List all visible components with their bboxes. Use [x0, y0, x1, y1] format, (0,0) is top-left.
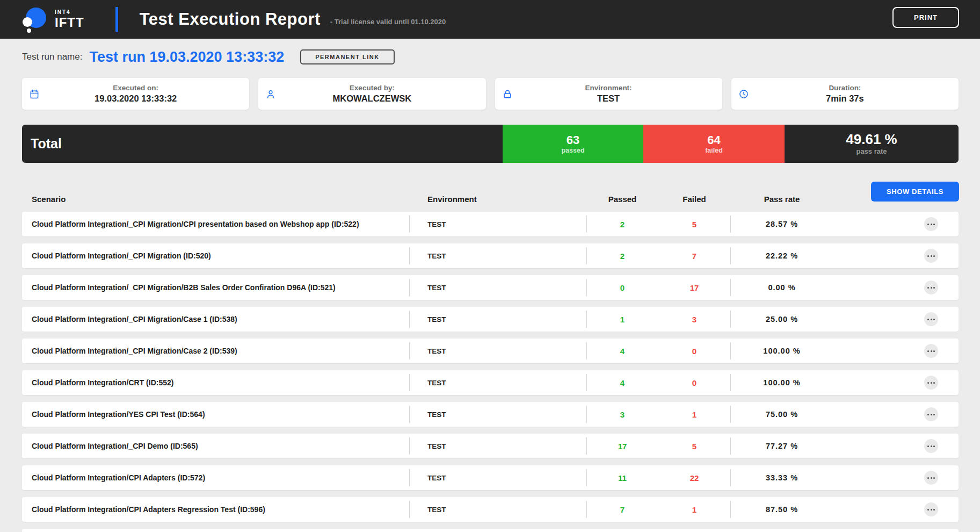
- row-more-options-button[interactable]: [924, 471, 938, 485]
- user-icon: [265, 89, 276, 99]
- more-options-icon: [927, 477, 929, 479]
- more-options-icon: [927, 445, 929, 447]
- card-executed-by: Executed by: MKOWALCZEWSK: [258, 78, 485, 110]
- column-header-pass-rate: Pass rate: [730, 195, 833, 204]
- column-divider: [730, 311, 731, 328]
- column-divider: [586, 215, 587, 233]
- scenario-cell: Cloud Platform Integration/_CPI Migratio…: [22, 347, 409, 355]
- column-divider: [586, 279, 587, 296]
- failed-label: failed: [705, 147, 723, 154]
- column-divider: [586, 247, 587, 264]
- card-label: Executed on:: [113, 84, 158, 92]
- column-divider: [409, 311, 410, 328]
- test-execution-report-page: INT4 IFTT Test Execution Report - Trial …: [0, 0, 980, 532]
- permanent-link-button[interactable]: PERMANENT LINK: [300, 49, 394, 64]
- row-more-options-button[interactable]: [924, 312, 938, 326]
- environment-cell: TEST: [409, 252, 586, 260]
- column-divider: [586, 406, 587, 423]
- row-more-options-button[interactable]: [924, 217, 938, 231]
- pass-rate-cell: 22.22 %: [730, 251, 833, 260]
- test-run-name-label: Test run name:: [22, 52, 82, 62]
- environment-cell: TEST: [409, 220, 586, 228]
- passed-label: passed: [561, 147, 584, 154]
- column-divider: [730, 437, 731, 455]
- failed-cell: 1: [658, 505, 730, 514]
- column-divider: [409, 374, 410, 391]
- table-row: Cloud Platform Integration/_CPI Demo (ID…: [22, 434, 959, 458]
- table-row: Cloud Platform Integration/_CPI Migratio…: [22, 243, 959, 268]
- column-divider: [730, 342, 731, 360]
- pass-rate-cell: 77.27 %: [730, 442, 833, 450]
- more-options-icon: [927, 287, 929, 289]
- pass-rate-cell: 33.33 %: [730, 473, 833, 482]
- pass-rate-cell: 100.00 %: [730, 347, 833, 355]
- pass-rate-cell: 0.00 %: [730, 283, 833, 292]
- failed-cell: 5: [658, 442, 730, 451]
- row-more-options-button[interactable]: [924, 249, 938, 263]
- failed-cell: 1: [658, 410, 730, 419]
- pass-rate-cell: 25.00 %: [730, 315, 833, 323]
- table-row-partial: [22, 529, 959, 532]
- table-row: Cloud Platform Integration/CPI Adapters …: [22, 465, 959, 490]
- table-row: Cloud Platform Integration/_CPI Migratio…: [22, 339, 959, 363]
- print-button[interactable]: PRINT: [892, 7, 959, 28]
- more-options-icon: [927, 350, 929, 352]
- pass-rate-label: pass rate: [856, 148, 887, 156]
- row-more-options-button[interactable]: [924, 439, 938, 453]
- summary-bar: Total 63 passed 64 failed 49.61 % pass r…: [22, 125, 959, 163]
- scenario-cell: Cloud Platform Integration/_CPI Migratio…: [22, 251, 409, 260]
- failed-cell: 5: [658, 220, 730, 229]
- card-duration: Duration: 7min 37s: [731, 78, 959, 110]
- page-title: Test Execution Report: [140, 10, 321, 29]
- scenario-rows: Cloud Platform Integration/_CPI Migratio…: [22, 212, 959, 529]
- summary-total: Total: [22, 125, 503, 163]
- environment-cell: TEST: [409, 284, 586, 292]
- column-divider: [409, 469, 410, 486]
- row-more-options-button[interactable]: [924, 502, 938, 516]
- more-options-icon: [927, 382, 929, 384]
- calendar-icon: [29, 89, 40, 99]
- column-divider: [586, 437, 587, 455]
- scenario-cell: Cloud Platform Integration/CPI Adapters …: [22, 505, 409, 514]
- column-header-failed: Failed: [658, 195, 730, 204]
- table-row: Cloud Platform Integration/CPI Adapters …: [22, 497, 959, 522]
- column-divider: [409, 406, 410, 423]
- table-row: Cloud Platform Integration/YES CPI Test …: [22, 402, 959, 427]
- pass-rate-value: 49.61 %: [846, 132, 897, 148]
- scenario-cell: Cloud Platform Integration/CPI Adapters …: [22, 473, 409, 482]
- int4-logo-icon: [20, 5, 50, 33]
- row-more-options-button[interactable]: [924, 281, 938, 294]
- summary-passed: 63 passed: [503, 125, 643, 163]
- test-run-name-link[interactable]: Test run 19.03.2020 13:33:32: [89, 49, 284, 66]
- pass-rate-cell: 87.50 %: [730, 505, 833, 514]
- column-header-scenario: Scenario: [22, 195, 409, 204]
- brand-top-label: INT4: [55, 10, 84, 15]
- column-divider: [409, 247, 410, 264]
- header-divider: [115, 7, 118, 32]
- lock-icon: [502, 89, 513, 99]
- summary-failed: 64 failed: [643, 125, 785, 163]
- more-options-icon: [927, 319, 929, 320]
- more-options-icon: [927, 414, 929, 415]
- row-more-options-button[interactable]: [924, 344, 938, 358]
- scenario-cell: Cloud Platform Integration/_CPI Migratio…: [22, 315, 409, 323]
- info-cards: Executed on: 19.03.2020 13:33:32 Execute…: [22, 78, 959, 110]
- passed-cell: 0: [586, 283, 658, 292]
- column-header-environment: Environment: [409, 195, 586, 204]
- card-value: 19.03.2020 13:33:32: [95, 94, 177, 104]
- column-divider: [586, 342, 587, 360]
- more-options-icon: [927, 509, 929, 511]
- failed-cell: 17: [658, 283, 730, 292]
- column-divider: [409, 279, 410, 296]
- row-more-options-button[interactable]: [924, 407, 938, 421]
- row-more-options-button[interactable]: [924, 376, 938, 390]
- column-divider: [730, 406, 731, 423]
- scenario-cell: Cloud Platform Integration/_CPI Migratio…: [22, 220, 409, 228]
- passed-cell: 4: [586, 347, 658, 356]
- column-divider: [730, 469, 731, 486]
- passed-cell: 3: [586, 410, 658, 419]
- pass-rate-cell: 28.57 %: [730, 220, 833, 228]
- passed-cell: 2: [586, 220, 658, 229]
- column-divider: [409, 215, 410, 233]
- summary-pass-rate: 49.61 % pass rate: [785, 125, 959, 163]
